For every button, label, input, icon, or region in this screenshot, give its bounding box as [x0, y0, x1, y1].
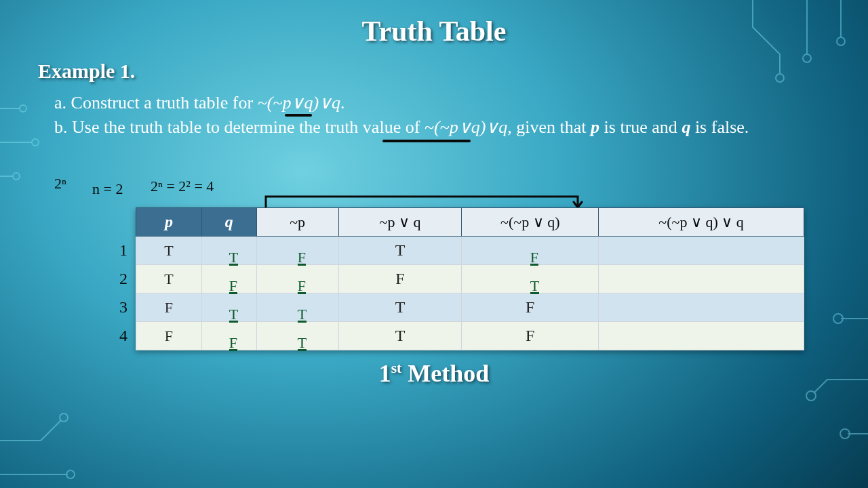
cell-not-p: F — [256, 237, 338, 265]
cell-p: F — [136, 293, 202, 322]
truth-table: p q ~p ~p ∨ q ~(~p ∨ q) ~(~p ∨ q) ∨ q T … — [136, 207, 804, 350]
col-header-p: p — [136, 208, 202, 237]
hand-row-1: 1 — [119, 241, 127, 260]
example-heading: Example 1. — [38, 60, 135, 83]
method-ord: st — [391, 360, 402, 376]
method-word: Method — [401, 360, 489, 387]
svg-point-3 — [776, 74, 784, 82]
prompt-b-suffix: is false. — [690, 117, 749, 137]
table-row: T F F F T — [136, 265, 804, 293]
cell-notp-or-q: T — [338, 293, 462, 322]
cell-notp-or-q: T — [338, 322, 462, 350]
hand-two-to-n: 2ⁿ — [54, 175, 66, 192]
cell-p: F — [136, 322, 202, 350]
hand-row-2: 2 — [119, 270, 127, 288]
svg-point-0 — [20, 105, 26, 112]
hand-n-equals: n = 2 — [92, 180, 123, 198]
hand-underline-a — [285, 114, 312, 117]
cell-neg-paren: F — [462, 322, 599, 350]
prompt-a-formula: ~(~p∨q)∨q — [258, 93, 340, 113]
cell-p: T — [136, 265, 202, 293]
cell-q: T — [201, 293, 256, 322]
cell-neg-paren: F — [462, 237, 599, 265]
cell-p: T — [136, 237, 202, 265]
cell-not-p: F — [256, 265, 338, 293]
hand-two-n-calc: 2ⁿ = 2² = 4 — [151, 178, 214, 195]
cell-notp-or-q: F — [338, 265, 462, 293]
svg-point-8 — [840, 429, 850, 439]
cell-neg-paren: F — [462, 293, 599, 322]
cell-q: T — [201, 237, 256, 265]
cell-not-p: T — [256, 322, 338, 350]
cell-full — [599, 322, 804, 350]
cell-full — [599, 293, 804, 322]
svg-point-6 — [833, 314, 843, 323]
cell-neg-paren: T — [462, 265, 599, 293]
slide-title: Truth Table — [0, 15, 868, 47]
prompt-a-prefix: a. Construct a truth table for — [54, 93, 258, 113]
cell-not-p: T — [256, 293, 338, 322]
table-row: T T F T F — [136, 237, 804, 265]
prompt-line-a: a. Construct a truth table for ~(~p∨q)∨q… — [54, 91, 841, 115]
hand-underline-b — [382, 140, 471, 142]
svg-point-4 — [803, 54, 811, 62]
hand-bracket-arrow — [264, 187, 583, 210]
problem-statement: a. Construct a truth table for ~(~p∨q)∨q… — [54, 91, 841, 140]
cell-q: F — [201, 265, 256, 293]
hand-row-3: 3 — [119, 298, 127, 317]
table-row: F T T T F — [136, 293, 804, 322]
prompt-b-formula: ~(~p∨q)∨q — [425, 117, 507, 137]
prompt-line-b: b. Use the truth table to determine the … — [54, 115, 841, 140]
cell-full — [599, 237, 804, 265]
prompt-b-p: p — [591, 117, 599, 137]
cell-notp-or-q: T — [338, 237, 462, 265]
col-header-q: q — [201, 208, 256, 237]
table-row: F F T T F — [136, 322, 804, 350]
cell-q: F — [201, 322, 256, 350]
truth-table-header-row: p q ~p ~p ∨ q ~(~p ∨ q) ~(~p ∨ q) ∨ q — [136, 208, 804, 237]
prompt-b-mid2: is true and — [599, 117, 682, 137]
svg-point-9 — [60, 413, 68, 422]
prompt-a-suffix: . — [340, 93, 345, 113]
cell-full — [599, 265, 804, 293]
svg-point-7 — [806, 391, 816, 401]
col-header-full-expr: ~(~p ∨ q) ∨ q — [599, 208, 804, 237]
svg-point-1 — [32, 139, 39, 146]
svg-point-10 — [66, 470, 75, 479]
method-num: 1 — [379, 360, 391, 387]
col-header-notp-or-q: ~p ∨ q — [338, 208, 462, 237]
hand-row-4: 4 — [119, 327, 127, 345]
method-label: 1st Method — [0, 359, 868, 388]
col-header-not-p: ~p — [256, 208, 338, 237]
prompt-b-q: q — [682, 117, 690, 137]
col-header-neg-paren: ~(~p ∨ q) — [462, 208, 599, 237]
prompt-b-mid: , given that — [507, 117, 591, 137]
prompt-b-prefix: b. Use the truth table to determine the … — [54, 117, 425, 137]
svg-point-2 — [13, 173, 20, 180]
